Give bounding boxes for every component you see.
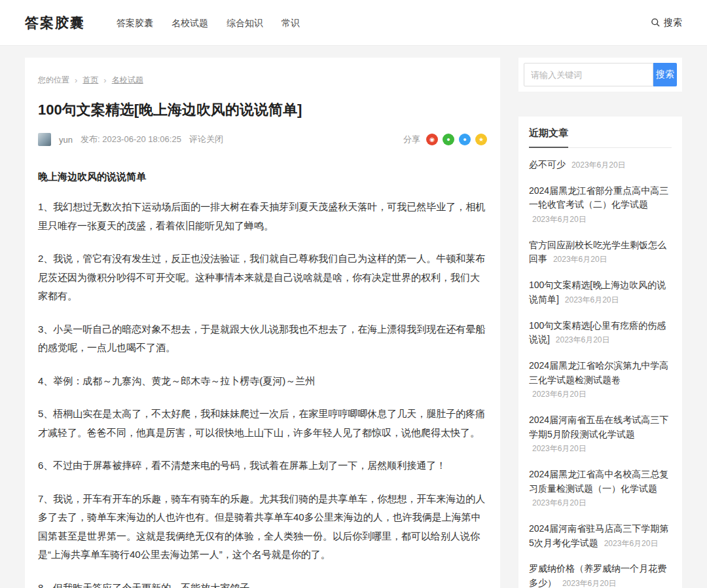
breadcrumb-category-link[interactable]: 名校试题	[112, 75, 143, 86]
article-paragraph: 8、但我昨天答应了今天更新的，不能放大家鸽子。	[38, 579, 487, 588]
recent-post-date: 2023年6月20日	[562, 579, 617, 588]
recent-posts-list: 必不可少 2023年6月20日 2024届黑龙江省部分重点高中高三一轮收官考试（…	[529, 148, 672, 588]
article-paragraph: 5、梧桐山实在是太高了，不太好爬，我和妹妹爬过一次后，在家里哼哼唧唧休息了几天，…	[38, 405, 487, 442]
article-paragraph: 1、我幻想过无数次拍下运动场后面的一排大树在春天抽芽到夏天茂盛秋天落叶，可我已然…	[38, 198, 487, 235]
breadcrumb-separator: ›	[75, 75, 77, 85]
nav-item[interactable]: 综合知识	[217, 0, 272, 46]
recent-post-link[interactable]: 2024届黑龙江省哈尔滨第九中学高三化学试题检测试题卷	[529, 360, 668, 385]
recent-post-date: 2023年6月20日	[556, 335, 610, 344]
recent-post-date: 2023年6月20日	[532, 390, 587, 399]
recent-post-date: 2023年6月20日	[532, 215, 587, 224]
topbar-search[interactable]: 搜索	[651, 17, 682, 29]
recent-post-link[interactable]: 必不可少	[529, 159, 566, 170]
search-icon	[651, 18, 661, 28]
recent-posts-title-text: 近期文章	[529, 127, 568, 148]
recent-post-item[interactable]: 官方回应副校长吃光学生剩饭怎么回事 2023年6月20日	[529, 232, 672, 272]
recent-posts-widget: 近期文章 必不可少 2023年6月20日 2024届黑龙江省部分重点高中高三一轮…	[518, 117, 682, 588]
recent-post-date: 2023年6月20日	[604, 539, 659, 548]
recent-post-date: 2023年6月20日	[565, 295, 619, 304]
recent-posts-title: 近期文章	[529, 127, 672, 148]
sidebar-search-button[interactable]: 搜索	[653, 63, 677, 86]
recent-post-date: 2023年6月20日	[553, 255, 607, 264]
article-subtitle: 晚上海边吹风的说说简单	[38, 171, 487, 183]
article-paragraph: 2、我说，管它有没有发生过，反正也没法验证，我们就自己尊称我们自己为这样的第一人…	[38, 249, 487, 306]
share-icons: ◉ ● ● ★	[426, 134, 487, 145]
weibo-icon[interactable]: ◉	[426, 134, 438, 145]
nav-item[interactable]: 常识	[272, 0, 309, 46]
breadcrumb: 您的位置 › 首页 › 名校试题	[38, 75, 487, 86]
topbar-search-label: 搜索	[664, 17, 682, 29]
recent-post-item[interactable]: 100句文案精选[心里有疙瘩的伤感说说] 2023年6月20日	[529, 313, 672, 353]
recent-post-item[interactable]: 100句文案精选[晚上海边吹风的说说简单] 2023年6月20日	[529, 272, 672, 312]
page-title: 100句文案精选[晚上海边吹风的说说简单]	[38, 100, 487, 120]
recent-post-link[interactable]: 2024届河南省五岳在线考试高三下学期5月阶段测试化学试题	[529, 414, 668, 439]
publish-time: 发布: 2023-06-20 18:06:25	[81, 134, 181, 145]
author-avatar	[38, 133, 51, 146]
recent-post-item[interactable]: 必不可少 2023年6月20日	[529, 152, 672, 178]
wechat-icon[interactable]: ●	[443, 134, 454, 145]
recent-post-link[interactable]: 2024届黑龙江省部分重点高中高三一轮收官考试（二）化学试题	[529, 185, 668, 210]
sidebar-search: 搜索	[518, 58, 682, 92]
share-bar: 分享 ◉ ● ● ★	[403, 134, 487, 145]
comment-status: 评论关闭	[189, 134, 223, 145]
top-navbar: 答案胶囊 答案胶囊 名校试题 综合知识 常识 搜索	[0, 0, 707, 46]
site-logo[interactable]: 答案胶囊	[25, 14, 85, 32]
nav-item[interactable]: 答案胶囊	[107, 0, 162, 46]
article-paragraph: 7、我说，开车有开车的乐趣，骑车有骑车的乐趣。尤其我们骑的是共享单车，你想想，开…	[38, 490, 487, 564]
recent-post-link[interactable]: 2024届黑龙江省高中名校高三总复习质量检测试题（一）化学试题	[529, 469, 668, 494]
recent-post-date: 2023年6月20日	[532, 498, 587, 507]
main-nav: 答案胶囊 名校试题 综合知识 常识	[107, 0, 309, 46]
recent-post-date: 2023年6月20日	[532, 444, 587, 453]
breadcrumb-separator: ›	[103, 75, 106, 85]
breadcrumb-home-link[interactable]: 首页	[82, 75, 98, 86]
article-meta: yun 发布: 2023-06-20 18:06:25 评论关闭 分享 ◉ ● …	[38, 133, 487, 146]
author-name: yun	[59, 135, 73, 145]
recent-post-item[interactable]: 罗威纳价格（养罗威纳一个月花费多少） 2023年6月20日	[529, 556, 672, 588]
recent-post-item[interactable]: 2024届河南省五岳在线考试高三下学期5月阶段测试化学试题 2023年6月20日	[529, 407, 672, 462]
article-body: 1、我幻想过无数次拍下运动场后面的一排大树在春天抽芽到夏天茂盛秋天落叶，可我已然…	[38, 198, 487, 588]
article-paragraph: 4、举例：成都～九寨沟、黄龙～郎木寺～拉卜楞寺(夏河)～兰州	[38, 372, 487, 391]
nav-item[interactable]: 名校试题	[162, 0, 217, 46]
qq-icon[interactable]: ●	[459, 134, 471, 145]
recent-post-item[interactable]: 2024届河南省驻马店高三下学期第5次月考化学试题 2023年6月20日	[529, 516, 672, 556]
main-content: 您的位置 › 首页 › 名校试题 100句文案精选[晚上海边吹风的说说简单] y…	[0, 46, 707, 588]
article-paragraph: 6、不过由于屏幕被摔碎，看不清楚来电的号码，我试着在屏幕上划了一下，居然顺利接通…	[38, 456, 487, 475]
recent-post-date: 2023年6月20日	[571, 160, 626, 170]
recent-post-item[interactable]: 2024届黑龙江省部分重点高中高三一轮收官考试（二）化学试题 2023年6月20…	[529, 178, 672, 232]
sidebar: 搜索 近期文章 必不可少 2023年6月20日 2024届黑龙江省部分重点高中高…	[518, 58, 682, 588]
recent-post-item[interactable]: 2024届黑龙江省哈尔滨第九中学高三化学试题检测试题卷 2023年6月20日	[529, 353, 672, 407]
qzone-icon[interactable]: ★	[475, 134, 487, 145]
breadcrumb-label: 您的位置	[38, 75, 69, 86]
sidebar-search-input[interactable]	[524, 63, 653, 86]
share-label: 分享	[403, 134, 420, 145]
article-card: 您的位置 › 首页 › 名校试题 100句文案精选[晚上海边吹风的说说简单] y…	[25, 58, 500, 588]
article-paragraph: 3、小吴一听自己的暗恋对象不想去，于是就跟大伙儿说那我也不想去了，在海上漂得我到…	[38, 320, 487, 358]
recent-post-item[interactable]: 2024届黑龙江省高中名校高三总复习质量检测试题（一）化学试题 2023年6月2…	[529, 462, 672, 516]
